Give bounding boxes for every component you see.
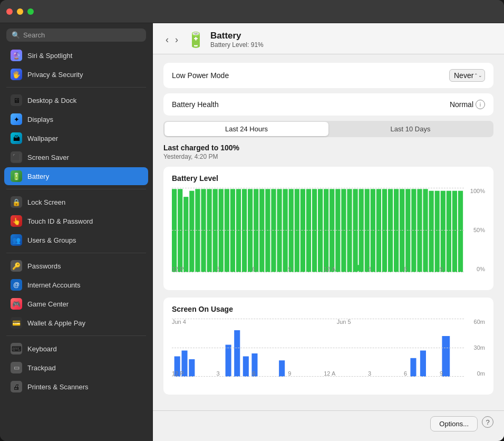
sidebar-item-battery[interactable]: 🔋 Battery bbox=[4, 167, 148, 185]
search-input[interactable]: Search bbox=[23, 31, 45, 39]
sidebar-label-trackpad: Trackpad bbox=[27, 364, 56, 372]
low-power-mode-control[interactable]: Never bbox=[449, 69, 485, 82]
svg-rect-38 bbox=[394, 189, 399, 272]
svg-rect-2 bbox=[183, 197, 188, 272]
battery-level-chart-section: Battery Level 100% 50% 0% bbox=[163, 167, 493, 290]
sidebar-label-internet: Internet Accounts bbox=[27, 281, 80, 289]
usage-x-3b: 3 bbox=[368, 370, 371, 377]
battery-level-subtitle: Battery Level: 91% bbox=[210, 41, 264, 49]
svg-rect-28 bbox=[335, 189, 340, 272]
svg-rect-36 bbox=[382, 189, 387, 272]
sidebar-item-siri-spotlight[interactable]: 🔮 Siri & Spotlight bbox=[4, 46, 148, 64]
sidebar-item-wallpaper[interactable]: 🏔 Wallpaper bbox=[4, 129, 148, 147]
sidebar-item-game-center[interactable]: 🎮 Game Center bbox=[4, 295, 148, 313]
battery-health-row: Battery Health Normal i bbox=[163, 93, 493, 116]
time-range-segment: Last 24 Hours Last 10 Days bbox=[163, 121, 493, 137]
low-power-mode-row: Low Power Mode Never bbox=[163, 63, 493, 88]
usage-y-60: 60m bbox=[467, 319, 485, 325]
sidebar-item-printers[interactable]: 🖨 Printers & Scanners bbox=[4, 378, 148, 396]
sidebar-label-privacy: Privacy & Security bbox=[27, 71, 83, 79]
sidebar-item-internet-accounts[interactable]: @ Internet Accounts bbox=[4, 276, 148, 294]
sidebar-item-desktop-dock[interactable]: 🖥 Desktop & Dock bbox=[4, 91, 148, 109]
sidebar-item-trackpad[interactable]: ▭ Trackpad bbox=[4, 359, 148, 377]
svg-rect-61 bbox=[442, 336, 450, 377]
content-area: 🔍 Search 🔮 Siri & Spotlight 🖐 Privacy & … bbox=[0, 23, 504, 441]
back-button[interactable]: ‹ bbox=[163, 33, 171, 46]
maximize-button[interactable] bbox=[27, 8, 34, 15]
svg-rect-44 bbox=[429, 191, 434, 272]
printers-icon: 🖨 bbox=[13, 383, 20, 391]
svg-rect-3 bbox=[189, 191, 194, 272]
usage-x-9: 9 bbox=[288, 370, 291, 377]
svg-rect-55 bbox=[234, 330, 240, 377]
low-power-mode-label: Low Power Mode bbox=[172, 71, 229, 80]
svg-rect-10 bbox=[230, 189, 235, 272]
svg-rect-47 bbox=[447, 191, 451, 272]
svg-rect-25 bbox=[318, 189, 323, 272]
sidebar-item-privacy-security[interactable]: 🖐 Privacy & Security bbox=[4, 65, 148, 83]
usage-x-labels: 12 P 3 6 9 12 A 3 6 9 bbox=[172, 370, 443, 377]
lock-icon: 🔒 bbox=[12, 198, 21, 206]
sidebar-item-users-groups[interactable]: 👥 Users & Groups bbox=[4, 231, 148, 249]
usage-x-3: 3 bbox=[216, 370, 219, 377]
screen-usage-chart: 60m 30m 0m bbox=[172, 319, 485, 387]
sidebar-label-screensaver: Screen Saver bbox=[27, 154, 69, 161]
svg-rect-26 bbox=[324, 189, 328, 272]
passwords-icon: 🔑 bbox=[12, 262, 21, 270]
displays-icon: ✦ bbox=[14, 116, 20, 123]
svg-rect-23 bbox=[306, 189, 311, 272]
sidebar-item-lock-screen[interactable]: 🔒 Lock Screen bbox=[4, 193, 148, 211]
search-box[interactable]: 🔍 Search bbox=[6, 28, 146, 42]
usage-x-12a: 12 A bbox=[324, 370, 335, 377]
low-power-mode-select[interactable]: Never bbox=[449, 69, 485, 82]
svg-rect-14 bbox=[254, 189, 258, 272]
forward-button[interactable]: › bbox=[173, 33, 180, 46]
svg-rect-27 bbox=[329, 189, 334, 272]
x-label-3: 3 bbox=[216, 266, 219, 272]
svg-rect-35 bbox=[376, 189, 381, 272]
close-button[interactable] bbox=[6, 8, 13, 15]
svg-rect-22 bbox=[301, 189, 305, 272]
svg-rect-41 bbox=[411, 189, 416, 272]
main-panel: ‹ › 🔋 Battery Battery Level: 91% Lo bbox=[153, 23, 504, 441]
users-icon: 👥 bbox=[12, 236, 21, 244]
x-label-3b: 3 bbox=[368, 266, 371, 272]
minimize-button[interactable] bbox=[17, 8, 23, 15]
sidebar-label-displays: Displays bbox=[27, 116, 53, 123]
svg-rect-34 bbox=[371, 189, 375, 272]
segment-24h[interactable]: Last 24 Hours bbox=[164, 122, 328, 136]
sidebar-item-wallet[interactable]: 💳 Wallet & Apple Pay bbox=[4, 314, 148, 332]
x-label-12p: 12 P bbox=[172, 266, 184, 272]
svg-rect-32 bbox=[359, 189, 364, 272]
svg-rect-13 bbox=[248, 189, 253, 272]
help-button[interactable]: ? bbox=[482, 416, 493, 428]
svg-rect-46 bbox=[441, 191, 445, 272]
svg-rect-21 bbox=[295, 189, 299, 272]
usage-x-6: 6 bbox=[252, 370, 255, 377]
sidebar-item-keyboard[interactable]: ⌨ Keyboard bbox=[4, 340, 148, 358]
sidebar-item-displays[interactable]: ✦ Displays bbox=[4, 110, 148, 128]
divider-4 bbox=[6, 335, 146, 336]
sidebar-label-passwords: Passwords bbox=[27, 262, 61, 270]
traffic-lights bbox=[6, 8, 34, 15]
sidebar-label-touchid: Touch ID & Password bbox=[27, 217, 93, 225]
options-button[interactable]: Options... bbox=[430, 416, 478, 432]
charge-info: Last charged to 100% Yesterday, 4:20 PM bbox=[163, 143, 493, 160]
svg-rect-48 bbox=[452, 191, 457, 272]
svg-rect-30 bbox=[347, 189, 352, 272]
x-label-6: 6 bbox=[252, 266, 255, 272]
svg-rect-8 bbox=[219, 189, 224, 272]
usage-x-12p: 12 P bbox=[172, 370, 184, 377]
segment-10d[interactable]: Last 10 Days bbox=[328, 122, 492, 136]
sidebar: 🔍 Search 🔮 Siri & Spotlight 🖐 Privacy & … bbox=[0, 23, 153, 441]
battery-health-value: Normal i bbox=[450, 100, 485, 109]
sidebar-item-passwords[interactable]: 🔑 Passwords bbox=[4, 257, 148, 275]
sidebar-item-touch-id[interactable]: 👆 Touch ID & Password bbox=[4, 212, 148, 230]
x-label-9: 9 bbox=[288, 266, 291, 272]
info-button[interactable]: i bbox=[476, 100, 485, 109]
charge-title: Last charged to 100% bbox=[163, 143, 493, 152]
svg-rect-17 bbox=[271, 189, 276, 272]
divider-3 bbox=[6, 253, 146, 253]
touchid-icon: 👆 bbox=[12, 217, 21, 225]
sidebar-item-screen-saver[interactable]: ⬛ Screen Saver bbox=[4, 148, 148, 166]
